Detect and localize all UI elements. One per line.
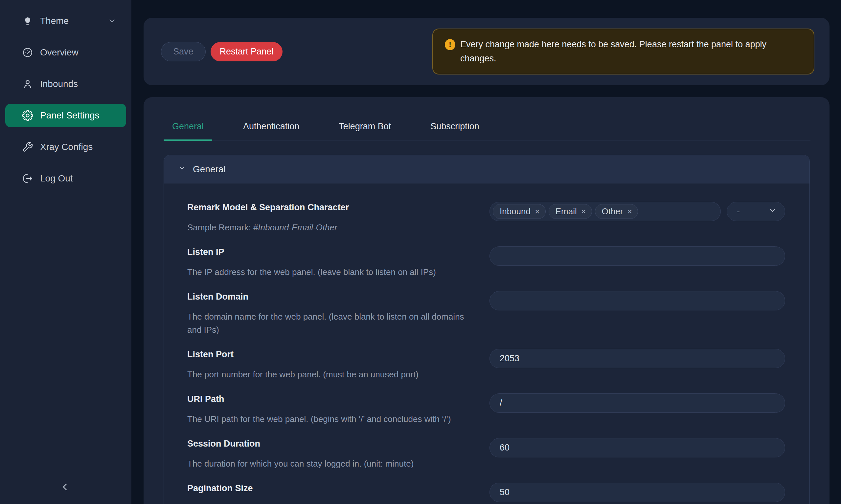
tab-authentication[interactable]: Authentication — [235, 121, 308, 140]
separator-value: - — [737, 206, 740, 217]
field-description: The URI path for the web panel. (begins … — [187, 412, 476, 426]
listen-domain-input[interactable] — [490, 291, 785, 310]
sidebar-collapse-button[interactable] — [56, 479, 73, 496]
field-listen-port: Listen Port The port number for the web … — [187, 349, 785, 381]
chevron-down-icon — [768, 206, 777, 217]
close-icon[interactable]: ✕ — [581, 208, 586, 216]
field-remark-model: Remark Model & Separation Character Samp… — [187, 202, 785, 234]
sidebar-item-xray-configs[interactable]: Xray Configs — [5, 135, 126, 159]
field-description: The IP address for the web panel. (leave… — [187, 266, 476, 278]
field-description: The domain name for the web panel. (leav… — [187, 310, 470, 336]
content-area: Save Restart Panel ! Every change made h… — [132, 0, 841, 504]
settings-card: General Authentication Telegram Bot Subs… — [143, 97, 829, 504]
general-section-header[interactable]: General — [164, 155, 809, 183]
field-label: Listen IP — [187, 247, 476, 257]
sidebar-item-theme[interactable]: Theme — [5, 9, 126, 33]
close-icon[interactable]: ✕ — [627, 208, 633, 216]
section-title: General — [193, 164, 226, 175]
tab-telegram-bot[interactable]: Telegram Bot — [330, 121, 399, 140]
field-session-duration: Session Duration The duration for which … — [187, 438, 785, 470]
general-section: General Remark Model & Separation Charac… — [164, 155, 810, 504]
tab-general[interactable]: General — [164, 121, 212, 140]
alert-text: Every change made here needs to be saved… — [460, 37, 799, 66]
field-label: Session Duration — [187, 438, 476, 449]
field-description: The port number for the web panel. (must… — [187, 368, 476, 381]
field-label: Remark Model & Separation Character — [187, 202, 476, 213]
tab-bar: General Authentication Telegram Bot Subs… — [164, 121, 810, 141]
chevron-left-icon — [60, 482, 70, 493]
chevron-down-icon[interactable] — [108, 17, 116, 25]
sidebar-item-log-out[interactable]: Log Out — [5, 167, 126, 190]
sidebar-item-label: Theme — [40, 16, 69, 26]
logout-icon — [22, 173, 34, 184]
chevron-down-icon — [178, 164, 186, 175]
save-button[interactable]: Save — [161, 42, 206, 61]
tag-email[interactable]: Email ✕ — [549, 204, 592, 219]
dashboard-icon — [22, 47, 34, 58]
field-label: Listen Domain — [187, 291, 476, 302]
sidebar-item-label: Overview — [40, 47, 79, 58]
sidebar-item-inbounds[interactable]: Inbounds — [5, 72, 126, 96]
tag-other[interactable]: Other ✕ — [595, 204, 638, 219]
restart-warning-alert: ! Every change made here needs to be sav… — [432, 29, 814, 74]
toolbar-card: Save Restart Panel ! Every change made h… — [143, 18, 829, 85]
field-label: URI Path — [187, 393, 476, 404]
panel-settings-page: Theme Overview Inbounds Panel Settings — [0, 0, 841, 504]
listen-port-input[interactable] — [490, 349, 785, 368]
sidebar-item-label: Xray Configs — [40, 142, 93, 152]
listen-ip-input[interactable] — [490, 247, 785, 266]
pagination-size-input[interactable] — [490, 483, 785, 502]
tab-subscription[interactable]: Subscription — [422, 121, 488, 140]
wrench-icon — [22, 141, 34, 153]
sidebar-item-overview[interactable]: Overview — [5, 41, 126, 64]
user-icon — [22, 78, 34, 90]
uri-path-input[interactable] — [490, 393, 785, 413]
field-listen-domain: Listen Domain The domain name for the we… — [187, 291, 785, 336]
sidebar-item-panel-settings[interactable]: Panel Settings — [5, 104, 126, 127]
sidebar-item-label: Panel Settings — [40, 110, 100, 121]
sidebar-item-label: Inbounds — [40, 79, 78, 89]
sample-remark: #Inbound-Email-Other — [253, 222, 337, 232]
field-label: Listen Port — [187, 349, 476, 360]
close-icon[interactable]: ✕ — [534, 208, 540, 216]
restart-panel-button[interactable]: Restart Panel — [210, 42, 283, 61]
remark-model-multiselect[interactable]: Inbound ✕ Email ✕ Other ✕ — [490, 202, 721, 221]
sidebar: Theme Overview Inbounds Panel Settings — [0, 0, 132, 504]
warning-icon: ! — [445, 39, 455, 50]
lightbulb-icon — [22, 15, 34, 27]
gear-icon — [22, 110, 34, 121]
field-uri-path: URI Path The URI path for the web panel.… — [187, 393, 785, 426]
field-description: The duration for which you can stay logg… — [187, 457, 476, 470]
sidebar-item-label: Log Out — [40, 173, 73, 184]
session-duration-input[interactable] — [490, 438, 785, 457]
field-label: Pagination Size — [187, 483, 476, 494]
field-listen-ip: Listen IP The IP address for the web pan… — [187, 247, 785, 278]
field-pagination-size: Pagination Size — [187, 483, 785, 502]
separator-select[interactable]: - — [727, 202, 785, 221]
field-description: Sample Remark: #Inbound-Email-Other — [187, 221, 470, 234]
general-section-body: Remark Model & Separation Character Samp… — [164, 183, 809, 504]
tag-inbound[interactable]: Inbound ✕ — [493, 204, 546, 219]
